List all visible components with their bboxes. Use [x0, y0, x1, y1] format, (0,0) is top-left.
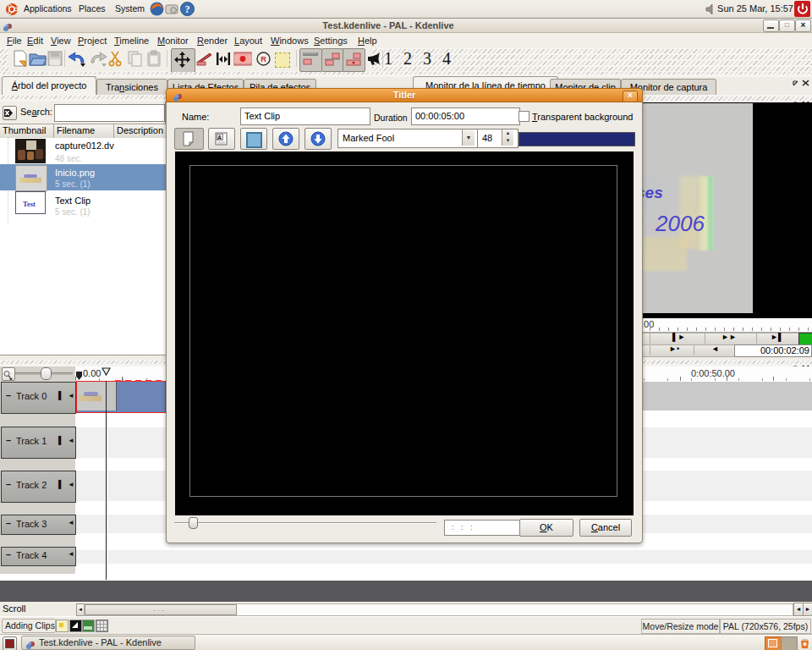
- svg-text:?: ?: [185, 3, 190, 15]
- svg-text:A: A: [217, 135, 222, 140]
- svg-text:R: R: [261, 55, 266, 63]
